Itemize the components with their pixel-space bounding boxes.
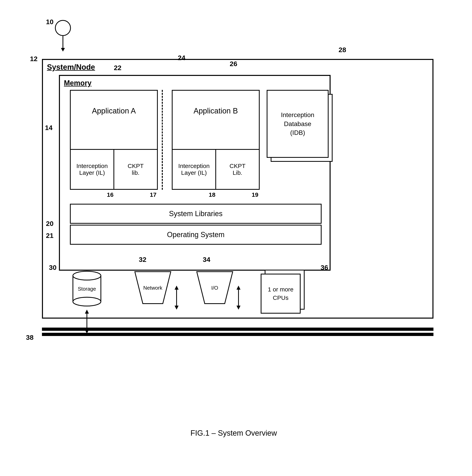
idb-main: InterceptionDatabase(IDB) (267, 90, 329, 158)
label-18: 18 (209, 191, 215, 198)
ckpt-box-a: CKPTlib. (114, 150, 157, 189)
label-19: 19 (252, 191, 258, 198)
sys-lib-bar: System Libraries (70, 204, 321, 224)
network-arrow (174, 286, 180, 310)
svg-marker-9 (175, 286, 179, 290)
svg-rect-5 (86, 314, 87, 330)
label-28: 28 (338, 46, 346, 54)
label-16: 16 (107, 191, 114, 198)
system-node-label: System/Node (47, 63, 95, 71)
svg-rect-10 (176, 290, 177, 306)
svg-marker-11 (175, 306, 179, 310)
svg-text:I/O: I/O (211, 285, 218, 291)
svg-text:Network: Network (143, 285, 162, 291)
io-icon: I/O (195, 270, 235, 310)
actor-line (63, 36, 63, 48)
il-box-a: InterceptionLayer (IL) (71, 150, 114, 189)
ckpt-box-b: CKPTLib. (216, 150, 259, 189)
memory-label: Memory (64, 79, 91, 87)
app-a-label: Application A (92, 107, 136, 115)
label-12: 12 (30, 55, 37, 63)
io-group: I/O (195, 270, 241, 310)
il-box-b: InterceptionLayer (IL) (173, 150, 216, 189)
actor (55, 20, 71, 51)
network-icon: Network (133, 270, 173, 310)
label-38: 38 (26, 334, 34, 341)
diagram: 10 12 System/Node 14 Memory 22 24 26 App… (24, 16, 443, 455)
label-21: 21 (46, 232, 53, 239)
os-label: Operating System (167, 231, 224, 239)
dashed-separator (162, 90, 163, 190)
svg-marker-4 (85, 310, 89, 314)
io-arrow (236, 286, 241, 310)
app-a-bottom: InterceptionLayer (IL) CKPTlib. (71, 149, 157, 189)
network-group: Network (133, 270, 180, 310)
os-bar: Operating System (70, 225, 321, 245)
storage-group: Storage (69, 270, 105, 334)
label-22: 22 (114, 64, 121, 72)
bus-line-2 (42, 333, 434, 336)
label-17: 17 (150, 191, 156, 198)
label-36: 36 (320, 264, 328, 272)
bus-container (42, 328, 434, 338)
label-24: 24 (178, 54, 185, 62)
app-b-bottom: InterceptionLayer (IL) CKPTLib. (173, 149, 259, 189)
fig-caption: FIG.1 – System Overview (24, 429, 443, 438)
label-30: 30 (49, 264, 56, 272)
label-14: 14 (45, 124, 52, 132)
caption-text: FIG.1 – System Overview (191, 429, 277, 437)
svg-point-2 (73, 297, 101, 306)
idb-label: InterceptionDatabase(IDB) (281, 110, 314, 137)
cpu-outer: 1 or moreCPUs (261, 270, 307, 314)
app-a-box: Application A InterceptionLayer (IL) CKP… (70, 90, 158, 190)
cpu-label: 1 or moreCPUs (268, 285, 293, 302)
app-b-box: Application B InterceptionLayer (IL) CKP… (172, 90, 260, 190)
actor-arrow-down (61, 48, 65, 51)
sys-lib-label: System Libraries (169, 209, 222, 218)
system-node-box: System/Node 14 Memory 22 24 26 Applicati… (42, 59, 434, 319)
storage-icon: Storage (69, 270, 105, 310)
svg-point-1 (73, 271, 101, 280)
actor-circle (55, 20, 71, 36)
label-10: 10 (46, 18, 53, 26)
cpu-group: 1 or moreCPUs (261, 270, 307, 314)
svg-rect-15 (238, 290, 239, 306)
label-20: 20 (46, 220, 53, 227)
svg-text:Storage: Storage (78, 286, 96, 292)
svg-marker-14 (236, 286, 240, 290)
cpu-front: 1 or moreCPUs (261, 274, 301, 314)
label-34: 34 (203, 256, 210, 263)
idb-outer: InterceptionDatabase(IDB) (267, 90, 337, 166)
bus-line-1 (42, 328, 434, 331)
svg-marker-16 (236, 306, 240, 310)
label-32: 32 (139, 256, 146, 263)
label-26: 26 (230, 60, 237, 68)
app-b-label: Application B (194, 107, 238, 115)
